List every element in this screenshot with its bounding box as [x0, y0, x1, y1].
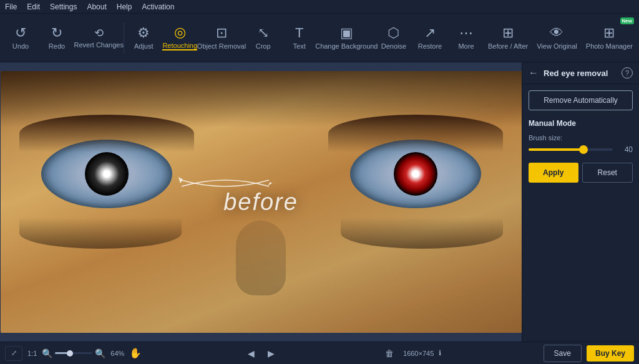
fit-button[interactable]: ⤢ [5, 346, 22, 361]
zoom-track[interactable] [55, 352, 92, 354]
toolbar: ↺ Undo ↻ Redo ⟲ Revert Changes ⚙ Adjust … [0, 14, 639, 62]
view-original-button[interactable]: 👁 View Original [533, 16, 581, 60]
menu-file[interactable]: File [5, 2, 17, 11]
before-arrows [157, 171, 294, 208]
buy-key-button[interactable]: Buy Key [587, 345, 634, 362]
restore-label: Restore [418, 42, 442, 50]
crop-label: Crop [256, 42, 271, 50]
right-pupil [394, 152, 437, 196]
menu-activation[interactable]: Activation [142, 2, 174, 11]
brush-size-value: 40 [618, 145, 633, 154]
text-button[interactable]: T Text [281, 16, 318, 60]
denoise-button[interactable]: ⬡ Denoise [376, 16, 412, 60]
revert-icon: ⟲ [94, 27, 104, 39]
before-after-label: Before / After [488, 42, 528, 50]
manual-mode-label: Manual Mode [529, 119, 633, 128]
before-after-button[interactable]: ⊞ Before / After [484, 16, 532, 60]
reset-button[interactable]: Reset [582, 163, 633, 183]
menu-settings[interactable]: Settings [50, 2, 77, 11]
restore-icon: ↗ [424, 26, 436, 40]
svg-marker-1 [268, 182, 272, 186]
toolbar-divider-1 [124, 22, 124, 54]
slider-thumb[interactable] [579, 145, 588, 154]
more-icon: ⋯ [459, 26, 473, 40]
retouching-icon: ◎ [174, 26, 186, 39]
redo-button[interactable]: ↻ Redo [39, 16, 75, 60]
main-content: before ← Red eye removal ? Remove Automa… [0, 62, 639, 342]
apply-button[interactable]: Apply [529, 163, 578, 183]
menu-bar: File Edit Settings About Help Activation [0, 0, 639, 14]
brush-size-track[interactable] [529, 148, 613, 151]
zoom-percent: 64% [110, 350, 124, 357]
redo-label: Redo [49, 42, 65, 50]
retouching-button[interactable]: ◎ Retouching [162, 16, 198, 60]
image-size: 1660×745 [403, 350, 434, 357]
zoom-in-icon[interactable]: 🔍 [95, 348, 105, 358]
change-bg-button[interactable]: ▣ Change Background [318, 16, 376, 60]
next-button[interactable]: ▶ [264, 346, 279, 361]
more-button[interactable]: ⋯ More [448, 16, 484, 60]
zoom-dot [67, 350, 73, 357]
restore-button[interactable]: ↗ Restore [412, 16, 448, 60]
object-removal-button[interactable]: ⊡ Object Removal [198, 16, 245, 60]
svg-marker-0 [178, 177, 183, 183]
panel-body: Remove Automatically Manual Mode Brush s… [522, 84, 639, 342]
brush-size-slider-row: 40 [529, 145, 633, 154]
retouching-label: Retouching [162, 42, 197, 50]
view-original-label: View Original [537, 42, 577, 50]
prev-button[interactable]: ◀ [244, 346, 259, 361]
delete-button[interactable]: 🗑 [381, 346, 398, 361]
zoom-out-icon[interactable]: 🔍 [42, 348, 52, 358]
back-button[interactable]: ← [529, 67, 539, 79]
right-panel: ← Red eye removal ? Remove Automatically… [522, 62, 639, 342]
photo-manager-button[interactable]: New ⊞ Photo Manager [582, 16, 637, 60]
redo-icon: ↻ [51, 26, 62, 40]
panel-actions: Apply Reset [529, 163, 633, 183]
more-label: More [458, 42, 474, 50]
denoise-label: Denoise [381, 42, 406, 50]
zoom-ratio[interactable]: 1:1 [27, 350, 37, 357]
canvas-area[interactable]: before [0, 62, 522, 342]
change-bg-icon: ▣ [340, 26, 353, 40]
zoom-controls: 🔍 🔍 [42, 348, 105, 358]
adjust-icon: ⚙ [137, 26, 150, 40]
info-icon[interactable]: ℹ [439, 349, 441, 357]
panel-header: ← Red eye removal ? [522, 62, 639, 84]
menu-help[interactable]: Help [117, 2, 132, 11]
before-after-icon: ⊞ [502, 26, 514, 40]
remove-automatically-button[interactable]: Remove Automatically [529, 90, 633, 110]
slider-fill [529, 148, 583, 151]
revert-button[interactable]: ⟲ Revert Changes [75, 16, 122, 60]
text-icon: T [295, 26, 303, 40]
undo-button[interactable]: ↺ Undo [2, 16, 39, 60]
object-removal-label: Object Removal [197, 42, 246, 50]
lid-top-right [328, 115, 503, 152]
object-removal-icon: ⊡ [216, 26, 227, 40]
menu-edit[interactable]: Edit [27, 2, 40, 11]
undo-label: Undo [12, 42, 29, 50]
adjust-label: Adjust [134, 42, 154, 50]
menu-about[interactable]: About [87, 2, 106, 11]
denoise-icon: ⬡ [388, 26, 399, 40]
new-badge: New [620, 17, 634, 24]
hand-tool-icon[interactable]: ✋ [129, 347, 142, 359]
adjust-button[interactable]: ⚙ Adjust [125, 16, 162, 60]
canvas-image: before [1, 71, 522, 333]
photo-manager-label: Photo Manager [586, 42, 633, 50]
brush-size-label: Brush size: [529, 134, 633, 141]
toolbar-right: ⊞ Before / After 👁 View Original New ⊞ P… [484, 16, 637, 60]
undo-icon: ↺ [15, 26, 26, 40]
photo-manager-icon: ⊞ [603, 26, 615, 40]
view-original-icon: 👁 [550, 26, 563, 40]
revert-label: Revert Changes [74, 41, 124, 49]
crop-button[interactable]: ⤡ Crop [245, 16, 281, 60]
help-button[interactable]: ? [622, 67, 633, 79]
crop-icon: ⤡ [258, 26, 269, 40]
fit-icon: ⤢ [11, 349, 17, 357]
change-bg-label: Change Background [315, 42, 378, 50]
left-pupil [85, 152, 129, 196]
panel-title: Red eye removal [544, 69, 617, 78]
text-label: Text [293, 42, 306, 50]
bottom-bar: ⤢ 1:1 🔍 🔍 64% ✋ ◀ ▶ 🗑 1660×745 ℹ Save Bu… [0, 342, 639, 364]
save-button[interactable]: Save [544, 345, 582, 362]
